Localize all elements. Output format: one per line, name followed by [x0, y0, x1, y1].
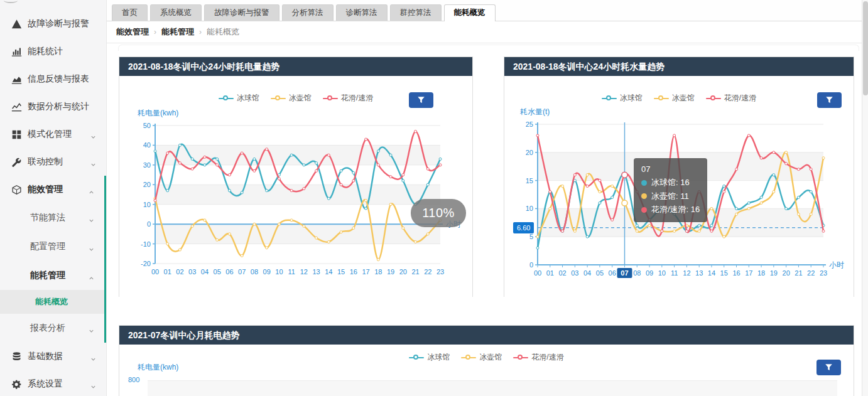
legend-item[interactable]: 冰球馆 [409, 352, 450, 363]
emphasis-point [622, 200, 627, 206]
data-point [636, 191, 638, 193]
data-point [561, 185, 564, 188]
chevron-down-icon [90, 382, 96, 387]
x-tick-label: 15 [337, 268, 345, 276]
x-tick-label: 12 [300, 268, 308, 276]
sidebar-item[interactable]: 模式化管理 [0, 120, 106, 148]
data-point [290, 219, 293, 222]
x-tick-label: 11 [671, 269, 678, 277]
data-point [191, 225, 193, 227]
breadcrumb-item[interactable]: 能耗管理 [161, 26, 194, 38]
sidebar-item[interactable]: 数据分析与统计 [0, 93, 106, 120]
data-point [536, 235, 539, 238]
tab-2[interactable]: 故障诊断与报警 [204, 4, 279, 21]
legend-label: 冰球馆 [427, 352, 450, 363]
tab-1[interactable]: 系统概览 [150, 4, 202, 21]
sidebar-item-active[interactable]: 能耗概览 [0, 290, 104, 314]
data-point [685, 230, 688, 232]
breadcrumb-item[interactable]: 能耗概览 [207, 26, 239, 38]
data-point [611, 196, 614, 198]
x-tick-label: 19 [387, 268, 394, 276]
tab-4[interactable]: 诊断算法 [336, 4, 388, 21]
x-tick-label: 00 [151, 268, 159, 276]
data-point [747, 201, 750, 204]
sidebar-item[interactable]: 能效管理 [0, 176, 104, 203]
tab-active[interactable]: 能耗概览 [444, 4, 496, 21]
data-point [735, 207, 738, 210]
chart-legend: 冰球馆冰壶馆花滑/速滑 [119, 352, 854, 363]
data-point [415, 240, 417, 243]
x-tick-label: 16 [732, 269, 740, 277]
data-point [402, 179, 404, 182]
sidebar-item[interactable]: 联动控制 [0, 148, 106, 176]
tab-0[interactable]: 首页 [112, 4, 148, 21]
sidebar-item[interactable]: 配置管理 [0, 232, 104, 261]
scrollbar-thumb[interactable] [863, 1, 868, 95]
data-point [290, 190, 293, 192]
sidebar-item-label: 配置管理 [30, 241, 65, 252]
chevron-up-icon [89, 187, 94, 193]
wrench-icon [11, 157, 22, 168]
split-area-band [155, 185, 440, 204]
data-point [747, 134, 750, 137]
sidebar-item[interactable]: 能耗管理 [0, 261, 104, 290]
card-power-monthly: 2021-07冬训中心月耗电趋势 冰球馆冰壶馆花滑/速滑 耗电量(kwh) 80… [119, 325, 854, 396]
chevron-down-icon [90, 132, 96, 137]
sidebar-item[interactable]: 节能算法 [0, 203, 104, 232]
data-point [241, 254, 243, 257]
data-point [216, 238, 219, 241]
x-tick-label: 04 [201, 268, 209, 276]
sidebar-item[interactable]: 信息反馈与报表 [0, 65, 106, 93]
x-tick-label: 13 [312, 268, 320, 276]
y-tick-label: 20 [143, 181, 151, 188]
sidebar-item[interactable]: 报表分析 [0, 314, 104, 343]
y-tick-label: 5 [529, 233, 533, 240]
x-tick-label: 02 [176, 268, 183, 276]
x-tick-label: 06 [609, 269, 616, 277]
sidebar-item[interactable]: 系统设置 [0, 370, 106, 396]
data-point [810, 168, 812, 171]
y-tick-label: 40 [143, 141, 151, 149]
data-point [327, 197, 330, 200]
legend-item[interactable]: 花滑/速滑 [513, 352, 563, 363]
breadcrumb-item[interactable]: 能效管理 [116, 26, 149, 38]
data-point [241, 191, 243, 194]
sidebar-item[interactable]: 能耗统计 [0, 38, 106, 65]
markline-label: 6.60 [513, 222, 534, 233]
sidebar-item[interactable]: 故障诊断与报警 [0, 10, 106, 38]
legend-item[interactable]: 冰壶馆 [461, 352, 502, 363]
emphasis-point [622, 172, 627, 178]
x-tick-label: 08 [251, 268, 258, 276]
vertical-scrollbar[interactable] [862, 0, 868, 396]
data-point [549, 207, 551, 210]
y-tick-label: 10 [143, 201, 151, 208]
x-tick-label: 12 [683, 269, 690, 277]
data-point [573, 230, 576, 232]
data-point [266, 148, 268, 151]
data-point [402, 174, 404, 176]
x-tick-label: 22 [424, 268, 431, 276]
sidebar-item[interactable]: 基础数据 [0, 343, 106, 370]
data-point [389, 154, 392, 156]
legend-marker [461, 355, 476, 361]
x-tick-label: 21 [411, 268, 419, 276]
data-point [365, 138, 367, 141]
x-tick-label: 02 [558, 269, 566, 277]
data-point [303, 188, 305, 190]
data-point [710, 230, 713, 232]
tab-bar: 首页系统概览故障诊断与报警分析算法诊断算法群控算法能耗概览 [107, 0, 862, 21]
data-point [735, 168, 738, 171]
tab-5[interactable]: 群控算法 [390, 4, 442, 21]
x-tick-label: 21 [795, 269, 802, 277]
tab-3[interactable]: 分析算法 [282, 4, 334, 21]
filter-button[interactable] [816, 360, 841, 375]
data-point [723, 191, 725, 193]
line-chart-icon [11, 102, 22, 112]
x-tick-label: 13 [695, 269, 703, 277]
line-chart-water-24h[interactable]: 2520151050000102030405060708091011121314… [504, 76, 854, 297]
data-point [166, 190, 169, 192]
data-point [365, 199, 367, 201]
gear-icon [11, 379, 22, 390]
line-chart-power-24h[interactable]: 50403020100-10-2000010203040506070809101… [119, 76, 472, 297]
data-point [536, 134, 539, 137]
